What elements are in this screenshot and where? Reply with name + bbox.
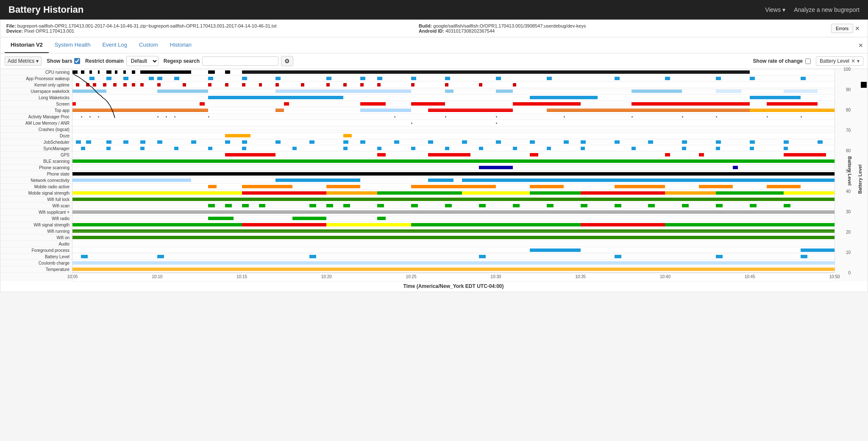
chart-row: [72, 126, 835, 133]
tab-historian-v2[interactable]: Historian V2: [5, 37, 49, 53]
chart-row: [72, 95, 835, 101]
y-tick: 100: [843, 67, 851, 72]
add-metrics-button[interactable]: Add Metrics ▾: [5, 56, 42, 66]
tab-historian[interactable]: Historian: [164, 37, 198, 53]
chart-bar: [225, 140, 230, 144]
domain-select[interactable]: Default Custom: [126, 56, 159, 66]
chart-bar: [377, 217, 386, 220]
analyze-button[interactable]: Analyze a new bugreport: [794, 6, 860, 13]
chart-bar: [140, 140, 145, 144]
show-bars-checkbox[interactable]: [74, 58, 80, 64]
battery-level-remove-icon[interactable]: ✕: [851, 58, 855, 64]
chart-bar: [343, 204, 350, 207]
chart-bar: [665, 77, 670, 80]
chart-bar: [259, 204, 266, 207]
chart-bar: [479, 204, 486, 207]
chart-bar: [208, 185, 217, 188]
chart-bar: [716, 147, 720, 150]
chart-bar: [496, 140, 501, 144]
chart-bar: [462, 179, 835, 182]
chart-bar: [394, 140, 399, 144]
chart-bar: [208, 217, 234, 220]
chart-bar: [72, 210, 835, 214]
chart-bar: [103, 83, 106, 87]
chart-bar: [140, 147, 145, 150]
gear-button[interactable]: ⚙: [281, 56, 293, 66]
y-axis: 1009080706050403020100 Battery Level: [835, 69, 852, 273]
chart-bar: [242, 77, 247, 80]
close-file-button[interactable]: ✕: [853, 25, 862, 32]
views-menu[interactable]: Views ▾: [765, 6, 785, 13]
show-rate-checkbox[interactable]: [805, 59, 811, 64]
chart-bar: [445, 204, 452, 207]
chart-bar: [733, 166, 738, 169]
chart-main: [72, 69, 835, 273]
y-tick: 90: [846, 87, 851, 92]
regexp-input[interactable]: [202, 56, 278, 66]
chart-bar: [750, 77, 755, 80]
tab-system-health[interactable]: System Health: [49, 37, 97, 53]
errors-button[interactable]: Errors: [831, 24, 853, 33]
chart-label-row: Temperature: [0, 266, 72, 273]
battery-level-badge: Battery Level ✕ ▾: [816, 56, 863, 66]
battery-level-dropdown-icon[interactable]: ▾: [857, 58, 860, 64]
chart-dot: [166, 116, 167, 117]
chart-bar: [72, 102, 76, 106]
chart-bar: [648, 204, 655, 207]
chart-row: [72, 215, 835, 222]
show-bars-label: Show bars: [47, 58, 72, 64]
chart-bar: [428, 109, 513, 112]
show-rate-control: Show rate of change: [753, 58, 811, 64]
x-tick: 10:35: [575, 274, 586, 279]
chart-bar: [284, 102, 289, 106]
chart-dot: [445, 116, 446, 117]
chart-bar: [818, 140, 823, 144]
chart-dot: [496, 123, 497, 124]
y-tick: 10: [846, 250, 851, 255]
chart-bar: [343, 140, 348, 144]
chart-bar: [72, 179, 191, 182]
chart-bar: [648, 140, 653, 144]
chart-label-row: Mobile radio active: [0, 184, 72, 190]
chart-dot: [89, 116, 91, 117]
chart-bar: [86, 83, 89, 87]
chart-bar: [242, 204, 249, 207]
chart-bar: [191, 140, 196, 144]
chart-label-row: Userspace wakelock: [0, 88, 72, 95]
chart-bar: [632, 147, 636, 150]
close-tab-button[interactable]: ✕: [858, 42, 863, 49]
chart-bar: [784, 140, 789, 144]
x-axis-label: Time (America/New_York EDT UTC-04:00): [72, 281, 835, 292]
battery-legend-box: [861, 82, 867, 88]
chart-bar: [750, 147, 754, 150]
chart-bar: [411, 147, 415, 150]
tab-event-log[interactable]: Event Log: [96, 37, 133, 53]
x-tick: 10:10: [152, 274, 162, 279]
chart-bar: [767, 185, 801, 188]
chart-bar: [81, 255, 88, 258]
android-id-value: 4031017308202367544: [445, 28, 495, 33]
chart-bar: [428, 179, 453, 182]
chart-bar: [445, 83, 448, 87]
x-tick: 10:05: [67, 274, 78, 279]
chart-bar: [326, 191, 377, 195]
chart-bar: [242, 223, 327, 226]
chart-bar: [682, 204, 689, 207]
chart-bar: [411, 223, 581, 226]
tab-custom[interactable]: Custom: [133, 37, 164, 53]
chart-bar: [581, 204, 587, 207]
chart-bar: [225, 70, 230, 74]
device-info: Device: Pixel OPR1.170413.001: [6, 28, 419, 33]
chart-bar: [682, 147, 686, 150]
chart-bar: [115, 70, 117, 74]
chart-bar: [343, 83, 347, 87]
chart-bar: [326, 83, 330, 87]
chart-bar: [72, 223, 242, 226]
chart-bar: [665, 223, 835, 226]
chart-bar: [682, 140, 687, 144]
chart-bar: [123, 83, 127, 87]
chart-bar: [699, 153, 704, 156]
chart-label-row: Wifi running: [0, 228, 72, 234]
chart-bar: [86, 140, 91, 144]
x-label-left-spacer: [0, 281, 72, 292]
